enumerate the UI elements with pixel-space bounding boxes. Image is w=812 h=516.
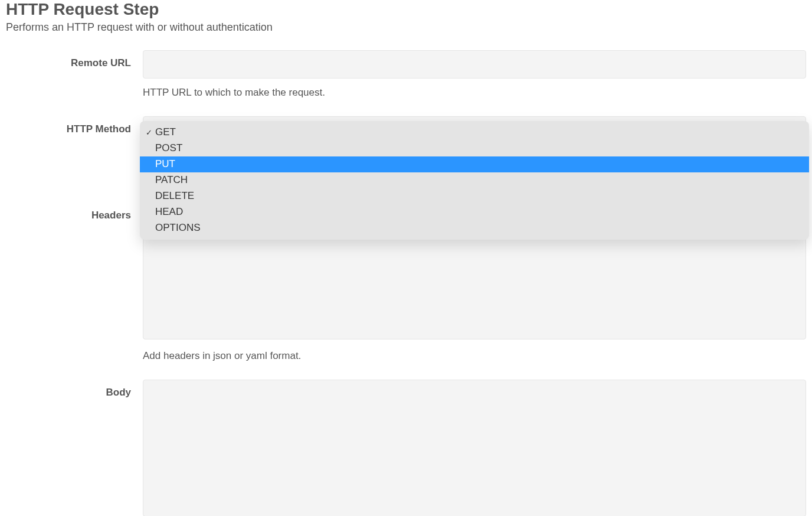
http-method-dropdown: ✓GETPOSTPUTPATCHDELETEHEADOPTIONS — [140, 121, 809, 240]
body-row: Body Add Body. — [6, 380, 806, 516]
remote-url-row: Remote URL HTTP URL to which to make the… — [6, 50, 806, 100]
http-method-option-delete[interactable]: DELETE — [140, 188, 809, 204]
http-method-option-options[interactable]: OPTIONS — [140, 220, 809, 236]
headers-help: Add headers in json or yaml format. — [143, 349, 806, 363]
http-method-option-head[interactable]: HEAD — [140, 204, 809, 220]
page-subtitle: Performs an HTTP request with or without… — [6, 21, 806, 34]
http-method-option-get[interactable]: ✓GET — [140, 125, 809, 141]
option-label: GET — [155, 126, 176, 138]
http-method-row: HTTP Method ✓GETPOSTPUTPATCHDELETEHEADOP… — [6, 116, 806, 186]
http-method-option-put[interactable]: PUT — [140, 156, 809, 172]
page-title: HTTP Request Step — [6, 0, 806, 19]
option-label: OPTIONS — [155, 222, 201, 234]
option-label: POST — [155, 142, 182, 154]
option-label: DELETE — [155, 190, 194, 202]
option-label: PATCH — [155, 174, 188, 186]
option-label: PUT — [155, 158, 175, 170]
remote-url-input[interactable] — [143, 50, 806, 79]
option-label: HEAD — [155, 206, 183, 218]
http-method-option-patch[interactable]: PATCH — [140, 172, 809, 188]
remote-url-label: Remote URL — [6, 50, 143, 69]
body-textarea[interactable] — [143, 380, 806, 516]
check-icon: ✓ — [146, 128, 155, 137]
remote-url-help: HTTP URL to which to make the request. — [143, 86, 806, 100]
http-method-option-post[interactable]: POST — [140, 141, 809, 156]
http-method-label: HTTP Method — [6, 116, 143, 135]
headers-label: Headers — [6, 203, 143, 221]
body-label: Body — [6, 380, 143, 399]
